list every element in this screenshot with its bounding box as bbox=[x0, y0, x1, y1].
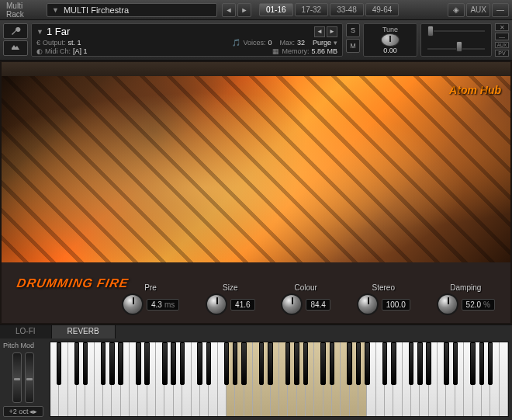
aux-instrument-button[interactable]: AUX bbox=[495, 42, 509, 48]
wrench-icon[interactable] bbox=[3, 23, 28, 39]
black-key[interactable] bbox=[83, 342, 88, 385]
stereo-value[interactable]: 100.0 bbox=[382, 299, 410, 311]
black-key[interactable] bbox=[118, 342, 123, 385]
minimize-instrument-button[interactable]: — bbox=[495, 33, 509, 40]
black-key[interactable] bbox=[224, 342, 229, 385]
colour-knob[interactable] bbox=[281, 293, 303, 315]
minimize-button[interactable]: — bbox=[492, 3, 509, 17]
size-value[interactable]: 41.6 bbox=[230, 299, 254, 311]
multi-next-button[interactable]: ► bbox=[237, 3, 251, 17]
solo-button[interactable]: S bbox=[346, 23, 360, 37]
purge-dropdown[interactable]: Purge ▾ bbox=[313, 39, 337, 47]
instrument-ui: Atom Hub DRUMMING FIRE Pre 4.3ms Size 41… bbox=[0, 61, 512, 325]
black-key[interactable] bbox=[241, 342, 246, 385]
dropdown-arrow-icon: ▼ bbox=[52, 6, 59, 14]
black-key[interactable] bbox=[391, 342, 396, 385]
black-key[interactable] bbox=[233, 342, 237, 385]
black-key[interactable] bbox=[453, 342, 458, 385]
reverb-controls: Pre 4.3ms Size 41.6 Colour 84.4 Stereo bbox=[122, 283, 495, 315]
instrument-info-panel: ▼ 1 Far ◄ ► € Output: st. 1 🎵 Voices: 0 … bbox=[31, 23, 343, 57]
multi-prev-button[interactable]: ◄ bbox=[222, 3, 236, 17]
tune-knob[interactable] bbox=[381, 33, 400, 47]
black-key[interactable] bbox=[136, 342, 140, 385]
black-key[interactable] bbox=[409, 342, 413, 385]
black-key[interactable] bbox=[426, 342, 431, 385]
multi-title-text: MULTI Firchestra bbox=[64, 5, 129, 15]
black-key[interactable] bbox=[417, 342, 422, 385]
damping-knob[interactable] bbox=[437, 293, 458, 315]
product-name: DRUMMING FIRE bbox=[16, 276, 130, 290]
fx-tabs: LO-FI REVERB bbox=[0, 325, 512, 338]
vendor-logo: Atom Hub bbox=[449, 84, 501, 96]
black-key[interactable] bbox=[330, 342, 334, 385]
black-key[interactable] bbox=[285, 342, 290, 385]
black-key[interactable] bbox=[268, 342, 272, 385]
page-tab-1[interactable]: 01-16 bbox=[259, 3, 293, 16]
multi-title-dropdown[interactable]: ▼ MULTI Firchestra bbox=[47, 3, 217, 17]
output-field[interactable]: € Output: st. 1 bbox=[36, 39, 81, 47]
page-tab-3[interactable]: 33-48 bbox=[330, 3, 364, 16]
tune-value[interactable]: 0.00 bbox=[383, 47, 397, 54]
black-key[interactable] bbox=[294, 342, 299, 385]
instrument-next-button[interactable]: ► bbox=[327, 26, 337, 37]
black-key[interactable] bbox=[303, 342, 308, 385]
black-key[interactable] bbox=[382, 342, 387, 385]
mod-wheel[interactable] bbox=[25, 352, 34, 403]
pan-fader[interactable] bbox=[427, 26, 434, 36]
instrument-prev-button[interactable]: ◄ bbox=[314, 26, 325, 37]
size-knob[interactable] bbox=[206, 293, 227, 315]
page-tab-2[interactable]: 17-32 bbox=[295, 3, 329, 16]
pre-value[interactable]: 4.3ms bbox=[147, 299, 179, 311]
octave-shift-button[interactable]: +2 oct ◂▸ bbox=[3, 406, 43, 417]
black-key[interactable] bbox=[101, 342, 106, 385]
page-tab-4[interactable]: 49-64 bbox=[365, 3, 400, 16]
black-key[interactable] bbox=[365, 342, 369, 385]
aux-button[interactable]: AUX bbox=[466, 3, 490, 17]
background-image: Atom Hub bbox=[2, 76, 510, 262]
black-key[interactable] bbox=[356, 342, 361, 385]
black-key[interactable] bbox=[144, 342, 149, 385]
black-key[interactable] bbox=[74, 342, 79, 385]
colour-value[interactable]: 84.4 bbox=[306, 299, 330, 311]
pv-button[interactable]: PV bbox=[495, 50, 509, 57]
instrument-header: ▼ 1 Far ◄ ► € Output: st. 1 🎵 Voices: 0 … bbox=[0, 20, 512, 61]
black-key[interactable] bbox=[206, 342, 211, 385]
pitch-wheel[interactable] bbox=[12, 352, 22, 403]
black-key[interactable] bbox=[347, 342, 351, 385]
wood-frame-top bbox=[2, 62, 510, 76]
snapshot-icon[interactable] bbox=[3, 40, 28, 56]
black-key[interactable] bbox=[197, 342, 202, 385]
black-key[interactable] bbox=[488, 342, 493, 385]
midi-field[interactable]: ◐ Midi Ch: [A] 1 bbox=[36, 47, 88, 55]
black-key[interactable] bbox=[259, 342, 264, 385]
black-key[interactable] bbox=[180, 342, 185, 385]
black-key[interactable] bbox=[479, 342, 484, 385]
black-key[interactable] bbox=[57, 342, 61, 385]
mute-button[interactable]: M bbox=[346, 39, 360, 53]
black-key[interactable] bbox=[320, 342, 325, 385]
tab-reverb[interactable]: REVERB bbox=[52, 325, 116, 338]
instrument-dropdown-icon[interactable]: ▼ bbox=[36, 28, 43, 36]
pre-knob[interactable] bbox=[122, 293, 144, 315]
black-key[interactable] bbox=[444, 342, 448, 385]
black-key[interactable] bbox=[109, 342, 114, 385]
max-field[interactable]: Max: 32 bbox=[279, 39, 305, 47]
black-key[interactable] bbox=[171, 342, 175, 385]
instrument-name[interactable]: 1 Far bbox=[47, 26, 311, 37]
white-key[interactable] bbox=[500, 342, 508, 416]
volume-fader[interactable] bbox=[456, 41, 462, 52]
memory-field: ▦ Memory: 5.86 MB bbox=[272, 47, 337, 55]
tab-lofi[interactable]: LO-FI bbox=[0, 325, 52, 338]
keyboard-section: Pitch Mod +2 oct ◂▸ bbox=[0, 338, 512, 420]
close-instrument-button[interactable]: ✕ bbox=[495, 23, 509, 31]
pre-label: Pre bbox=[144, 283, 157, 292]
volume-pan-faders bbox=[420, 23, 492, 57]
black-key[interactable] bbox=[162, 342, 167, 385]
kontakt-icon-button[interactable]: ◈ bbox=[448, 3, 465, 17]
stereo-knob[interactable] bbox=[357, 293, 379, 315]
damping-value[interactable]: 52.0% bbox=[462, 299, 495, 311]
black-key[interactable] bbox=[470, 342, 475, 385]
tune-label: Tune bbox=[382, 26, 398, 33]
stereo-label: Stereo bbox=[372, 283, 395, 292]
virtual-keyboard[interactable] bbox=[50, 342, 509, 417]
